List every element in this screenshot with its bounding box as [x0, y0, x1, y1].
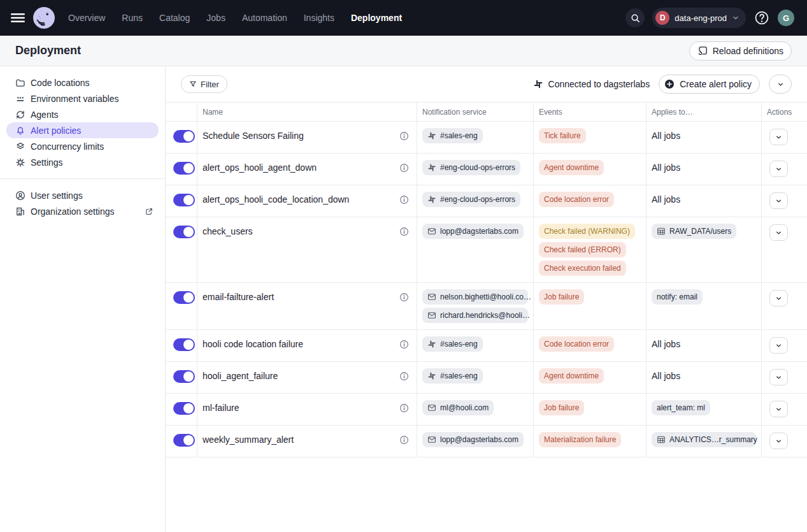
sidebar-item-alert-policies[interactable]: Alert policies [6, 122, 159, 138]
notification-badge: #eng-cloud-ops-errors [422, 160, 520, 175]
info-icon[interactable] [399, 227, 409, 236]
applies-to-value: All jobs [652, 162, 680, 173]
event-tag: Code location error [539, 336, 614, 352]
notification-badge: lopp@dagsterlabs.com [422, 224, 524, 239]
search-button[interactable] [625, 8, 645, 27]
cell-actions [762, 217, 807, 282]
table-row: hooli code location failure#sales-engCod… [166, 330, 807, 362]
filter-label: Filter [201, 80, 219, 89]
cell-enabled [166, 362, 197, 393]
notification-badge: lopp@dagsterlabs.com [422, 432, 524, 447]
row-actions-button[interactable] [769, 433, 788, 449]
avatar[interactable]: G [778, 10, 794, 26]
chevron-down-icon [732, 14, 739, 22]
info-icon[interactable] [399, 340, 409, 349]
cell-notification-service: ml@hooli.com [417, 394, 534, 425]
applies-to-badge: ANALYTICS…r_summary [652, 432, 756, 447]
enabled-toggle[interactable] [173, 291, 195, 304]
sidebar-item-agents[interactable]: Agents [6, 106, 159, 122]
enabled-toggle[interactable] [173, 402, 195, 415]
enabled-toggle[interactable] [173, 226, 195, 238]
cell-enabled [166, 330, 197, 361]
cell-notification-service: lopp@dagsterlabs.com [417, 217, 534, 282]
row-actions-button[interactable] [769, 192, 788, 209]
nav-item-catalog[interactable]: Catalog [159, 13, 190, 23]
info-icon[interactable] [399, 195, 409, 205]
cell-notification-service: #sales-eng [417, 330, 534, 361]
enabled-toggle[interactable] [173, 338, 195, 351]
app-window: OverviewRunsCatalogJobsAutomationInsight… [0, 0, 807, 532]
cell-applies-to: RAW_DATA/users [646, 217, 762, 282]
sidebar-item-environment-variables[interactable]: Environment variables [6, 90, 159, 106]
create-alert-policy-button[interactable]: Create alert policy [659, 75, 760, 94]
info-icon[interactable] [399, 371, 409, 381]
sidebar-item-code-locations[interactable]: Code locations [6, 75, 159, 90]
notification-badge: #eng-cloud-ops-errors [422, 192, 520, 207]
org-icon [15, 206, 25, 217]
asset-table-icon [657, 435, 666, 444]
event-tag: Tick failure [539, 128, 586, 143]
applies-to-value: All jobs [652, 131, 680, 141]
header-notification-service: Notification service [417, 103, 534, 121]
event-tag: Materialization failure [539, 432, 621, 447]
enabled-toggle[interactable] [173, 130, 195, 143]
cell-name: check_users [197, 217, 417, 282]
toggle-knob [183, 340, 194, 350]
nav-item-runs[interactable]: Runs [122, 13, 143, 23]
event-tag: Check failed (WARNING) [539, 224, 635, 239]
nav-item-automation[interactable]: Automation [242, 13, 287, 23]
notification-label: #eng-cloud-ops-errors [440, 163, 515, 172]
row-actions-button[interactable] [769, 401, 788, 417]
hamburger-icon [11, 12, 25, 24]
enabled-toggle[interactable] [173, 370, 195, 383]
nav-item-jobs[interactable]: Jobs [206, 13, 225, 23]
cell-actions [762, 394, 807, 425]
row-actions-button[interactable] [769, 129, 788, 145]
table-row: weekly_summary_alertlopp@dagsterlabs.com… [166, 426, 807, 457]
event-tag: Check execution failed [539, 261, 626, 276]
table-row: email-failture-alertnelson.bighetti@hool… [166, 283, 807, 330]
info-icon[interactable] [399, 435, 409, 445]
main-content: Filter Connected to dagsterlabs Create a… [166, 66, 807, 532]
header-events: Events [534, 103, 646, 121]
create-options-button[interactable] [769, 75, 792, 94]
enabled-toggle[interactable] [173, 434, 195, 447]
notification-label: #sales-eng [440, 371, 478, 380]
sidebar-item-organization-settings[interactable]: Organization settings [6, 203, 159, 219]
sidebar-item-settings[interactable]: Settings [6, 154, 159, 170]
row-actions-button[interactable] [769, 337, 788, 354]
row-actions-button[interactable] [769, 161, 788, 177]
nav-item-overview[interactable]: Overview [68, 13, 105, 23]
hamburger-menu-button[interactable] [10, 10, 25, 25]
info-icon[interactable] [399, 292, 409, 302]
applies-to-value: All jobs [652, 339, 680, 349]
policy-name: hooli_agent_failure [203, 371, 278, 381]
help-button[interactable] [753, 10, 770, 26]
notification-label: nelson.bighetti@hooli.co… [440, 292, 531, 301]
cell-applies-to: All jobs [646, 330, 762, 361]
info-icon[interactable] [399, 163, 409, 173]
notification-label: #eng-cloud-ops-errors [440, 195, 515, 204]
deployment-name: data-eng-prod [675, 13, 727, 23]
nav-item-insights[interactable]: Insights [304, 13, 334, 23]
row-actions-button[interactable] [769, 224, 788, 241]
info-icon[interactable] [399, 403, 409, 413]
sidebar-item-concurrency-limits[interactable]: Concurrency limits [6, 138, 159, 154]
nav-item-deployment[interactable]: Deployment [351, 13, 402, 23]
filter-button[interactable]: Filter [181, 75, 227, 93]
reload-definitions-button[interactable]: Reload definitions [689, 41, 792, 61]
row-actions-button[interactable] [769, 290, 788, 306]
header-toggle-column [166, 103, 197, 121]
cell-events: Agent downtime [534, 154, 646, 185]
deployment-switcher[interactable]: D data-eng-prod [652, 8, 746, 28]
slack-icon [427, 163, 436, 172]
toggle-knob [183, 163, 194, 173]
row-actions-button[interactable] [769, 369, 788, 385]
enabled-toggle[interactable] [173, 194, 195, 206]
enabled-toggle[interactable] [173, 162, 195, 175]
info-icon[interactable] [399, 131, 409, 141]
asset-table-icon [657, 227, 666, 236]
top-navigation-bar: OverviewRunsCatalogJobsAutomationInsight… [0, 0, 807, 36]
notification-badge: #sales-eng [422, 336, 483, 352]
sidebar-item-user-settings[interactable]: User settings [6, 187, 159, 203]
